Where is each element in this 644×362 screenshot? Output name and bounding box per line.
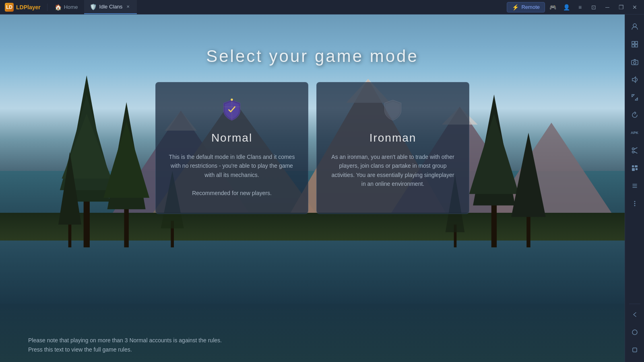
mode-cards: Normal This is the default mode in Idle … <box>155 82 469 214</box>
svg-rect-40 <box>635 165 638 167</box>
profile-icon-btn[interactable]: 👤 <box>560 2 572 12</box>
close-btn[interactable]: ✕ <box>629 2 641 12</box>
sidebar-camera-icon[interactable] <box>627 55 642 69</box>
svg-marker-34 <box>632 77 636 82</box>
svg-rect-42 <box>636 168 638 170</box>
home-tab-icon: 🏠 <box>55 4 62 10</box>
display-icon-btn[interactable]: ⊡ <box>588 2 600 12</box>
tab-close-button[interactable]: ✕ <box>125 4 131 10</box>
bottom-notice-line2: Press this text to view the full game ru… <box>28 345 222 354</box>
normal-mode-title: Normal <box>211 132 252 144</box>
sidebar-grid2-icon[interactable] <box>627 161 642 175</box>
remote-label: Remote <box>521 4 540 10</box>
svg-point-27 <box>633 24 636 27</box>
normal-mode-icon <box>221 99 243 124</box>
sidebar-home-icon[interactable] <box>627 325 642 339</box>
svg-rect-28 <box>632 41 634 44</box>
menu-icon-btn[interactable]: ≡ <box>574 2 586 12</box>
minimize-btn[interactable]: ─ <box>601 2 613 12</box>
sidebar-resize-icon[interactable] <box>627 90 642 105</box>
svg-rect-29 <box>635 41 638 44</box>
restore-btn[interactable]: ❐ <box>615 2 627 12</box>
window-controls: ⚡ Remote 🎮 👤 ≡ ⊡ ─ ❐ ✕ <box>507 2 644 12</box>
sidebar-volume-icon[interactable] <box>627 72 642 87</box>
remote-button[interactable]: ⚡ Remote <box>507 2 545 12</box>
sidebar-scissors-icon[interactable] <box>627 143 642 158</box>
svg-point-48 <box>634 205 635 206</box>
svg-line-38 <box>634 152 637 154</box>
bottom-notice-line1: Please note that playing on more than 3 … <box>28 336 222 345</box>
svg-rect-41 <box>632 168 635 171</box>
content-overlay: Select your game mode Normal <box>0 14 625 362</box>
sidebar-user-icon[interactable] <box>627 19 642 34</box>
svg-line-37 <box>634 148 637 150</box>
game-mode-title: Select your game mode <box>206 47 419 66</box>
home-tab-label: Home <box>64 4 78 10</box>
separator <box>47 4 47 11</box>
svg-rect-39 <box>632 165 634 167</box>
bottom-notice[interactable]: Please note that playing on more than 3 … <box>28 336 222 354</box>
svg-rect-31 <box>635 45 638 47</box>
sidebar-apk-icon[interactable]: APK <box>627 125 642 140</box>
lightning-icon: ⚡ <box>512 4 519 10</box>
game-tab-label: Idle Clans <box>99 4 122 10</box>
svg-point-46 <box>634 201 635 202</box>
sidebar-back-icon[interactable] <box>627 307 642 322</box>
normal-mode-description: This is the default mode in Idle Clans a… <box>168 152 296 197</box>
sidebar-divider <box>629 304 640 304</box>
app-logo[interactable]: LD LDPlayer <box>0 3 45 12</box>
app-name: LDPlayer <box>16 4 41 10</box>
right-sidebar: APK <box>625 14 644 362</box>
sidebar-grid-icon[interactable] <box>627 37 642 51</box>
svg-point-26 <box>231 99 233 101</box>
title-tabs: 🏠 Home 🛡️ Idle Clans ✕ <box>49 0 137 14</box>
svg-point-33 <box>634 62 636 64</box>
svg-point-47 <box>634 203 635 204</box>
svg-rect-50 <box>633 348 637 352</box>
sidebar-more-icon[interactable] <box>627 196 642 211</box>
normal-mode-card[interactable]: Normal This is the default mode in Idle … <box>155 82 308 214</box>
game-tab[interactable]: 🛡️ Idle Clans ✕ <box>84 0 137 14</box>
game-tab-icon: 🛡️ <box>90 4 97 10</box>
sidebar-square-icon[interactable] <box>627 343 642 357</box>
ironman-mode-title: Ironman <box>369 132 417 144</box>
svg-point-49 <box>632 330 637 335</box>
title-bar: LD LDPlayer 🏠 Home 🛡️ Idle Clans ✕ ⚡ Rem… <box>0 0 644 14</box>
ironman-mode-description: As an ironman, you aren't able to trade … <box>329 152 457 189</box>
main-area: Select your game mode Normal <box>0 14 644 362</box>
gamepad-icon-btn[interactable]: 🎮 <box>547 2 559 12</box>
home-tab[interactable]: 🏠 Home <box>49 0 84 14</box>
game-view: Select your game mode Normal <box>0 14 625 362</box>
sidebar-list-icon[interactable] <box>627 179 642 193</box>
sidebar-rotate-icon[interactable] <box>627 108 642 122</box>
svg-rect-30 <box>632 45 634 47</box>
ironman-mode-icon <box>382 99 404 124</box>
ironman-mode-card[interactable]: Ironman As an ironman, you aren't able t… <box>316 82 469 214</box>
logo-icon: LD <box>5 3 14 12</box>
